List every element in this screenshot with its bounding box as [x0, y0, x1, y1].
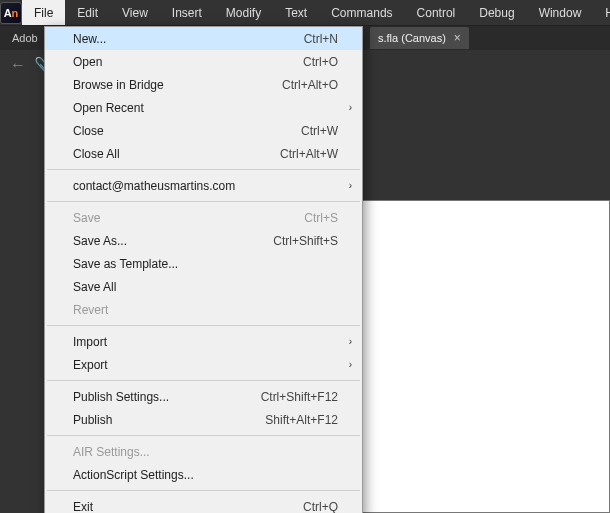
menu-item-label: Open: [73, 55, 303, 69]
menu-view[interactable]: View: [110, 0, 160, 25]
tab-label: s.fla (Canvas): [378, 32, 446, 44]
menu-item-label: Revert: [73, 303, 338, 317]
menu-separator: [47, 325, 360, 326]
menu-item-air-settings: AIR Settings...: [45, 440, 362, 463]
menu-item-close[interactable]: CloseCtrl+W: [45, 119, 362, 142]
menu-modify[interactable]: Modify: [214, 0, 273, 25]
chevron-right-icon: ›: [349, 336, 352, 347]
menu-separator: [47, 201, 360, 202]
menu-item-exit[interactable]: ExitCtrl+Q: [45, 495, 362, 513]
logo-letter-n: n: [12, 7, 19, 19]
menu-separator: [47, 490, 360, 491]
menu-separator: [47, 380, 360, 381]
tab-strip: s.fla (Canvas) ×: [370, 26, 469, 50]
menu-item-new[interactable]: New...Ctrl+N: [45, 27, 362, 50]
chevron-right-icon: ›: [349, 359, 352, 370]
menu-item-label: Publish Settings...: [73, 390, 261, 404]
menu-commands[interactable]: Commands: [319, 0, 404, 25]
menu-item-label: ActionScript Settings...: [73, 468, 338, 482]
menu-item-shortcut: Ctrl+Alt+O: [282, 78, 338, 92]
menu-insert[interactable]: Insert: [160, 0, 214, 25]
menu-edit[interactable]: Edit: [65, 0, 110, 25]
menu-item-import[interactable]: Import›: [45, 330, 362, 353]
menu-item-save-as[interactable]: Save As...Ctrl+Shift+S: [45, 229, 362, 252]
menu-item-actionscript-settings[interactable]: ActionScript Settings...: [45, 463, 362, 486]
menu-item-contact-matheusmartins-com[interactable]: contact@matheusmartins.com›: [45, 174, 362, 197]
menu-item-open[interactable]: OpenCtrl+O: [45, 50, 362, 73]
menu-item-shortcut: Ctrl+Shift+F12: [261, 390, 338, 404]
menu-item-shortcut: Ctrl+W: [301, 124, 338, 138]
menu-separator: [47, 435, 360, 436]
menu-item-revert: Revert: [45, 298, 362, 321]
menu-item-label: Publish: [73, 413, 265, 427]
logo-badge: An: [0, 2, 22, 24]
document-tab[interactable]: s.fla (Canvas) ×: [370, 27, 469, 49]
chevron-right-icon: ›: [349, 180, 352, 191]
back-icon[interactable]: ←: [8, 55, 28, 75]
menu-item-label: Close: [73, 124, 301, 138]
menubar: FileEditViewInsertModifyTextCommandsCont…: [22, 0, 610, 25]
app-logo: An: [0, 0, 22, 25]
menu-file[interactable]: File: [22, 0, 65, 25]
menu-item-save-as-template[interactable]: Save as Template...: [45, 252, 362, 275]
menu-item-shortcut: Ctrl+S: [304, 211, 338, 225]
close-icon[interactable]: ×: [454, 31, 461, 45]
menu-item-label: New...: [73, 32, 304, 46]
menu-item-shortcut: Ctrl+O: [303, 55, 338, 69]
menu-item-shortcut: Ctrl+Alt+W: [280, 147, 338, 161]
menu-item-label: Save All: [73, 280, 338, 294]
chevron-right-icon: ›: [349, 102, 352, 113]
menu-item-export[interactable]: Export›: [45, 353, 362, 376]
menu-item-label: Save As...: [73, 234, 273, 248]
menu-item-publish[interactable]: PublishShift+Alt+F12: [45, 408, 362, 431]
menu-item-close-all[interactable]: Close AllCtrl+Alt+W: [45, 142, 362, 165]
menu-item-label: contact@matheusmartins.com: [73, 179, 338, 193]
menu-item-label: Save: [73, 211, 304, 225]
menu-item-label: Open Recent: [73, 101, 338, 115]
logo-letter-a: A: [4, 7, 12, 19]
file-menu-dropdown: New...Ctrl+NOpenCtrl+OBrowse in BridgeCt…: [44, 26, 363, 513]
product-label: Adob: [6, 32, 44, 44]
menu-item-save: SaveCtrl+S: [45, 206, 362, 229]
menu-item-shortcut: Ctrl+Shift+S: [273, 234, 338, 248]
menu-item-browse-in-bridge[interactable]: Browse in BridgeCtrl+Alt+O: [45, 73, 362, 96]
menu-item-shortcut: Ctrl+Q: [303, 500, 338, 514]
menu-debug[interactable]: Debug: [467, 0, 526, 25]
menu-item-label: Export: [73, 358, 338, 372]
menu-item-label: Save as Template...: [73, 257, 338, 271]
menu-item-shortcut: Shift+Alt+F12: [265, 413, 338, 427]
menu-window[interactable]: Window: [527, 0, 594, 25]
menu-item-label: Browse in Bridge: [73, 78, 282, 92]
menu-item-open-recent[interactable]: Open Recent›: [45, 96, 362, 119]
menu-item-label: Close All: [73, 147, 280, 161]
menu-separator: [47, 169, 360, 170]
menu-control[interactable]: Control: [405, 0, 468, 25]
top-bar: An FileEditViewInsertModifyTextCommandsC…: [0, 0, 610, 26]
menu-item-shortcut: Ctrl+N: [304, 32, 338, 46]
menu-item-label: Exit: [73, 500, 303, 514]
menu-item-label: Import: [73, 335, 338, 349]
menu-text[interactable]: Text: [273, 0, 319, 25]
menu-item-save-all[interactable]: Save All: [45, 275, 362, 298]
menu-item-label: AIR Settings...: [73, 445, 338, 459]
menu-help[interactable]: Help: [593, 0, 610, 25]
canvas-stage[interactable]: [360, 200, 610, 513]
menu-item-publish-settings[interactable]: Publish Settings...Ctrl+Shift+F12: [45, 385, 362, 408]
